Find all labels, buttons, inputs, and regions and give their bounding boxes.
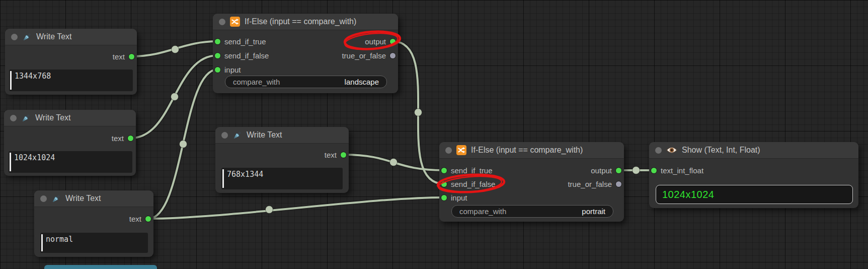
- port-label: text: [129, 215, 141, 223]
- collapse-dot[interactable]: [219, 19, 225, 25]
- node-graph-canvas[interactable]: Write Text text 1344x768 Write Text text…: [0, 0, 868, 269]
- node-titlebar[interactable]: Show (Text, Int, Float): [649, 142, 858, 159]
- text-output-port[interactable]: [129, 54, 134, 59]
- input-port[interactable]: [441, 195, 447, 200]
- reroute-dot[interactable]: [180, 141, 187, 148]
- node-write-text-1[interactable]: Write Text text 1344x768: [5, 29, 137, 95]
- text-caret: [10, 153, 11, 171]
- offscreen-node-top-edge: [44, 265, 157, 269]
- widget-label: compare_with: [233, 78, 280, 86]
- text-caret: [10, 71, 12, 90]
- port-row-text: text: [112, 133, 133, 143]
- true-or-false-port[interactable]: [616, 181, 621, 187]
- send-if-false-port[interactable]: [441, 181, 447, 187]
- reroute-dot[interactable]: [172, 46, 179, 53]
- text-caret: [222, 169, 224, 188]
- port-label: output: [365, 37, 386, 46]
- port-row-send-if-true: send_if_true: [441, 166, 493, 175]
- port-label: output: [591, 166, 612, 175]
- port-row-true-or-false: true_or_false: [568, 179, 621, 189]
- pen-icon: [22, 32, 32, 42]
- reroute-dot[interactable]: [415, 109, 422, 116]
- port-label: text: [325, 151, 337, 159]
- node-show[interactable]: Show (Text, Int, Float) text_int_float 1…: [649, 142, 858, 208]
- port-label: text: [112, 134, 124, 143]
- port-label: send_if_false: [451, 180, 495, 188]
- node-title: Write Text: [247, 130, 282, 140]
- input-port[interactable]: [215, 67, 220, 73]
- show-display-value: 1024x1024: [656, 189, 714, 200]
- port-row-true-or-false: true_or_false: [342, 51, 396, 60]
- port-label: true_or_false: [568, 180, 612, 188]
- output-port[interactable]: [616, 168, 621, 173]
- show-display-box: 1024x1024: [656, 185, 853, 204]
- port-label: true_or_false: [342, 51, 386, 60]
- node-title: Show (Text, Int, Float): [682, 146, 760, 155]
- text-value: 768x1344: [221, 168, 343, 179]
- port-row-text: text: [113, 52, 134, 61]
- port-row-output: output: [591, 166, 621, 175]
- node-write-text-3[interactable]: Write Text text normal: [34, 190, 153, 257]
- node-if-else-1[interactable]: If-Else (input == compare_with) send_if_…: [213, 14, 398, 93]
- text-output-port[interactable]: [145, 216, 151, 222]
- text-int-float-port[interactable]: [651, 168, 657, 173]
- port-row-send-if-true: send_if_true: [215, 37, 266, 46]
- port-row-input: input: [441, 193, 467, 203]
- text-value: normal: [40, 233, 148, 244]
- text-input[interactable]: normal: [40, 233, 148, 253]
- pen-icon: [51, 194, 61, 204]
- true-or-false-port[interactable]: [390, 53, 396, 58]
- node-titlebar[interactable]: Write Text: [34, 190, 153, 207]
- eye-icon: [666, 146, 677, 154]
- port-label: input: [451, 193, 467, 202]
- widget-value: portrait: [582, 207, 605, 216]
- node-title: Write Text: [35, 113, 71, 122]
- reroute-dot[interactable]: [266, 206, 273, 214]
- pen-icon: [232, 130, 242, 140]
- node-title: If-Else (input == compare_with): [471, 146, 583, 155]
- node-titlebar[interactable]: If-Else (input == compare_with): [213, 14, 398, 30]
- text-value: 1344x768: [9, 70, 133, 81]
- reroute-dot[interactable]: [171, 93, 179, 101]
- text-input[interactable]: 1024x1024: [9, 151, 132, 173]
- send-if-true-port[interactable]: [441, 168, 447, 173]
- text-input[interactable]: 1344x768: [9, 70, 133, 91]
- send-if-true-port[interactable]: [215, 39, 220, 44]
- node-title: Write Text: [65, 194, 101, 203]
- node-write-text-4[interactable]: Write Text text 768x1344: [215, 127, 349, 193]
- text-input[interactable]: 768x1344: [221, 168, 343, 189]
- port-row-send-if-false: send_if_false: [215, 51, 269, 60]
- collapse-dot[interactable]: [445, 147, 452, 154]
- collapse-dot[interactable]: [40, 195, 47, 202]
- port-row-text: text: [129, 214, 151, 224]
- collapse-dot[interactable]: [221, 132, 228, 139]
- node-titlebar[interactable]: Write Text: [4, 110, 136, 126]
- node-if-else-2[interactable]: If-Else (input == compare_with) send_if_…: [439, 142, 624, 222]
- collapse-dot[interactable]: [10, 115, 17, 121]
- text-value: 1024x1024: [9, 151, 132, 162]
- output-port[interactable]: [390, 39, 396, 44]
- widget-label: compare_with: [459, 207, 506, 216]
- shuffle-icon: [230, 17, 240, 27]
- reroute-dot[interactable]: [633, 167, 640, 174]
- port-row-text: text: [325, 150, 346, 160]
- port-label: text: [113, 52, 125, 61]
- compare-with-widget[interactable]: compare_with landscape: [225, 76, 387, 88]
- port-label: text_int_float: [661, 166, 703, 175]
- send-if-false-port[interactable]: [215, 53, 220, 58]
- node-titlebar[interactable]: Write Text: [215, 127, 349, 144]
- text-output-port[interactable]: [341, 152, 346, 158]
- shuffle-icon: [456, 145, 466, 155]
- collapse-dot[interactable]: [11, 34, 18, 40]
- reroute-dot[interactable]: [390, 159, 398, 166]
- port-row-text-int-float: text_int_float: [651, 166, 703, 175]
- text-output-port[interactable]: [128, 136, 133, 141]
- node-write-text-2[interactable]: Write Text text 1024x1024: [4, 110, 136, 176]
- node-titlebar[interactable]: Write Text: [5, 29, 137, 45]
- port-row-send-if-false: send_if_false: [441, 179, 495, 189]
- node-title: If-Else (input == compare_with): [245, 17, 356, 26]
- node-titlebar[interactable]: If-Else (input == compare_with): [439, 142, 624, 159]
- collapse-dot[interactable]: [655, 147, 662, 154]
- compare-with-widget[interactable]: compare_with portrait: [451, 205, 613, 218]
- port-label: send_if_true: [451, 166, 493, 175]
